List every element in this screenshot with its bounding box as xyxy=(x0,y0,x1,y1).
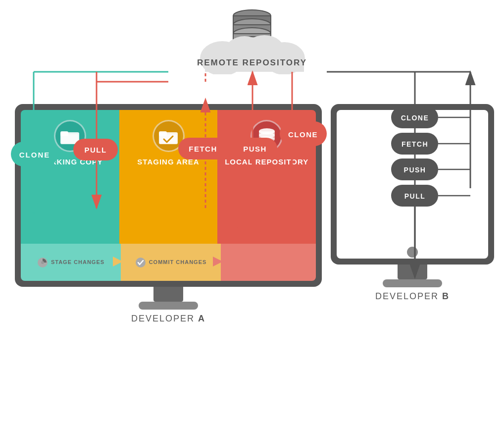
monitor-a-stand xyxy=(153,287,183,302)
developer-b-label: DEVELOPER B xyxy=(331,291,494,302)
monitor-b: DEVELOPER B xyxy=(331,104,494,302)
working-copy-icon-circle xyxy=(54,120,86,152)
monitor-a-screen: WORKING COPY STAGING AREA xyxy=(21,110,316,281)
svg-point-25 xyxy=(41,261,44,264)
local-repository-area: LOCAL REPOSITORY xyxy=(217,110,316,244)
folder-icon xyxy=(60,128,79,144)
stage-changes-icon xyxy=(37,257,48,268)
commit-changes-label: COMMIT CHANGES xyxy=(149,259,207,266)
staging-area: STAGING AREA xyxy=(119,110,218,244)
monitor-b-button xyxy=(407,247,418,258)
svg-rect-15 xyxy=(61,134,78,143)
svg-rect-18 xyxy=(160,134,177,143)
monitor-a-frame: WORKING COPY STAGING AREA xyxy=(15,104,322,287)
monitor-b-base xyxy=(383,279,442,287)
svg-point-23 xyxy=(259,136,275,142)
stage-changes-strip: STAGE CHANGES xyxy=(21,244,121,281)
svg-text:REMOTE REPOSITORY: REMOTE REPOSITORY xyxy=(197,58,307,67)
remote-repo-cloud: REMOTE REPOSITORY xyxy=(173,5,331,74)
developer-a-label: DEVELOPER A xyxy=(15,314,322,324)
local-repo-strip xyxy=(221,244,316,281)
commit-changes-icon xyxy=(135,257,146,268)
staging-area-icon-circle xyxy=(152,120,185,152)
strip-arrow-2 xyxy=(213,254,229,269)
monitor-a-base xyxy=(139,302,198,310)
strip-arrow-1 xyxy=(113,254,129,269)
remote-repository: REMOTE REPOSITORY xyxy=(173,5,331,74)
staging-area-label: STAGING AREA xyxy=(137,157,199,167)
check-folder-icon xyxy=(159,128,178,144)
working-copy-label: WORKING COPY xyxy=(37,157,103,167)
work-areas: WORKING COPY STAGING AREA xyxy=(21,110,316,244)
svg-marker-26 xyxy=(113,257,123,266)
working-copy-area: WORKING COPY xyxy=(21,110,119,244)
database-icon xyxy=(257,127,277,145)
local-repo-icon-circle xyxy=(251,120,283,152)
stage-changes-label: STAGE CHANGES xyxy=(51,259,104,266)
monitor-a: WORKING COPY STAGING AREA xyxy=(15,104,322,324)
monitor-b-stand xyxy=(398,265,427,279)
diagram-container: REMOTE REPOSITORY xyxy=(0,0,504,425)
monitor-b-frame xyxy=(331,104,494,265)
commit-changes-strip: COMMIT CHANGES xyxy=(121,244,221,281)
monitor-b-screen xyxy=(337,110,488,259)
svg-marker-28 xyxy=(213,257,223,266)
local-repo-label: LOCAL REPOSITORY xyxy=(225,157,308,167)
bottom-strip: STAGE CHANGES xyxy=(21,244,316,281)
